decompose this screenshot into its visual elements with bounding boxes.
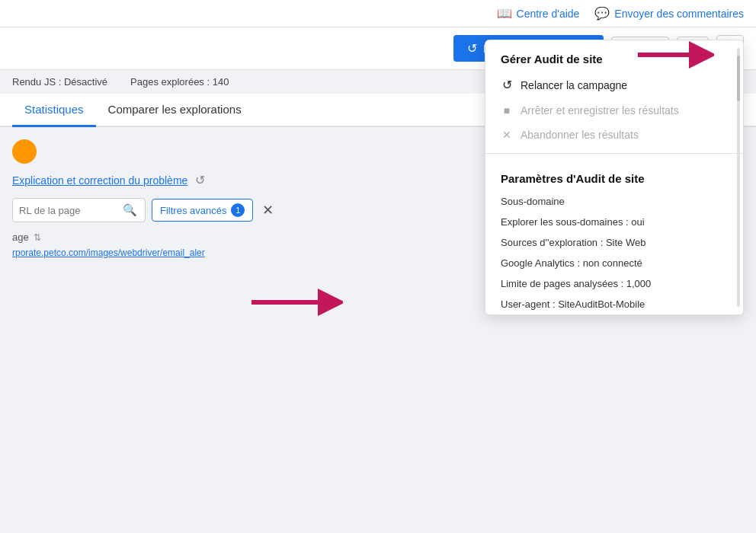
- js-status: Rendu JS : Désactivé: [12, 76, 107, 88]
- dropdown-stop-label: Arrêter et enregistrer les résultats: [521, 104, 679, 116]
- dropdown-menu: Gérer Audit de site ↺ Relancer la campag…: [485, 40, 744, 315]
- dropdown-info2: Explorer les sous-domaines : oui: [485, 212, 743, 232]
- tab-comparer[interactable]: Comparer les explorations: [96, 94, 254, 127]
- dropdown-relancer-label: Relancer la campagne: [521, 79, 627, 91]
- sort-icon: ⇅: [34, 232, 41, 243]
- dropdown-section2-title: Paramètres d'Audit de site: [485, 160, 743, 191]
- dropdown-info3: Sources d''exploration : Site Web: [485, 232, 743, 253]
- dropdown-relancer[interactable]: ↺ Relancer la campagne: [485, 72, 743, 98]
- dropdown-scrollbar[interactable]: [737, 48, 740, 307]
- filter-close-button[interactable]: ✕: [259, 202, 277, 219]
- abandon-icon: ✕: [501, 129, 513, 141]
- dropdown-info6: User-agent : SiteAuditBot-Mobile: [485, 294, 743, 314]
- explication-icon: ↺: [195, 173, 205, 187]
- dropdown-section1-title: Gérer Audit de site: [485, 40, 743, 72]
- search-input[interactable]: [19, 205, 118, 216]
- feedback-label: Envoyer des commentaires: [614, 8, 744, 20]
- dropdown-divider: [485, 153, 743, 154]
- pages-count: Pages explorées : 140: [130, 76, 229, 88]
- feedback-icon: 💬: [594, 6, 610, 21]
- help-link[interactable]: 📖 Centre d'aide: [497, 6, 580, 21]
- search-wrapper: 🔍: [12, 198, 146, 222]
- filter-button[interactable]: Filtres avancés 1: [152, 199, 253, 222]
- dropdown-abandon-label: Abandonner les résultats: [521, 129, 639, 141]
- dropdown-info5: Limite de pages analysées : 1,000: [485, 273, 743, 294]
- arrow-annotation-middle: [251, 287, 343, 321]
- dropdown-scrollbar-thumb: [737, 56, 740, 101]
- explication-link[interactable]: Explication et correction du problème: [12, 174, 187, 187]
- refresh-icon: ↺: [467, 41, 477, 56]
- feedback-link[interactable]: 💬 Envoyer des commentaires: [594, 6, 744, 21]
- table-row[interactable]: rporate.petco.com/images/webdriver/email…: [12, 247, 378, 258]
- top-bar: 📖 Centre d'aide 💬 Envoyer des commentair…: [0, 0, 756, 27]
- search-button[interactable]: 🔍: [121, 202, 139, 219]
- tab-statistiques[interactable]: Statistiques: [12, 94, 96, 127]
- help-label: Centre d'aide: [517, 8, 580, 20]
- filter-label: Filtres avancés: [160, 205, 226, 216]
- stop-icon: ■: [501, 104, 513, 116]
- dropdown-abandon: ✕ Abandonner les résultats: [485, 123, 743, 147]
- score-circle: [12, 139, 37, 164]
- dropdown-info4: Google Analytics : non connecté: [485, 253, 743, 273]
- dropdown-info1: Sous-domaine: [485, 191, 743, 212]
- help-icon: 📖: [497, 6, 512, 21]
- filter-badge: 1: [231, 203, 245, 217]
- relancer-icon: ↺: [501, 78, 513, 92]
- dropdown-stop: ■ Arrêter et enregistrer les résultats: [485, 98, 743, 123]
